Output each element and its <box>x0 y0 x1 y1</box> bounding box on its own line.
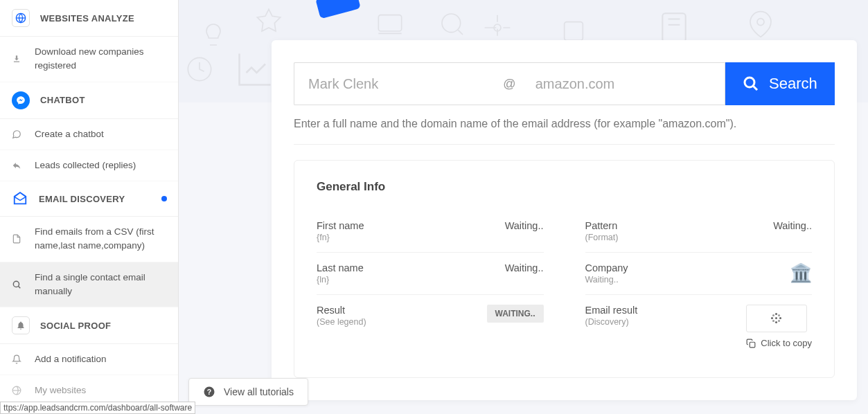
sub-label: Waiting.. <box>585 275 628 285</box>
sidebar-item-label: Download new companies registered <box>35 45 167 73</box>
section-label: SOCIAL PROOF <box>40 321 111 331</box>
info-row-company: Company Waiting.. 🏛️ <box>585 253 813 295</box>
sidebar-item-find-single-email[interactable]: Find a single contact email manually <box>0 262 178 308</box>
reply-icon <box>11 161 22 170</box>
spinner-box <box>746 305 807 332</box>
sidebar-item-create-chatbot[interactable]: Create a chatbot <box>0 119 178 150</box>
svg-point-2 <box>13 281 19 287</box>
globe-icon <box>11 8 30 28</box>
svg-point-18 <box>745 78 754 87</box>
label: Company <box>585 262 628 273</box>
sub-label: {ln} <box>317 275 364 285</box>
search-icon <box>11 280 22 289</box>
info-row-pattern: Pattern (Format) Waiting.. <box>585 210 813 253</box>
svg-rect-20 <box>750 342 756 348</box>
svg-line-3 <box>18 286 20 288</box>
sidebar-item-download-companies[interactable]: Download new companies registered <box>0 37 178 82</box>
sidebar: WEBSITES ANALYZE Download new companies … <box>0 0 179 414</box>
chat-icon <box>11 129 22 139</box>
svg-rect-16 <box>565 22 583 41</box>
file-icon <box>11 234 22 244</box>
svg-rect-11 <box>662 13 685 42</box>
sidebar-section-email-discovery[interactable]: EMAIL DISCOVERY <box>0 181 178 217</box>
svg-line-9 <box>458 30 463 35</box>
sidebar-item-label: Find emails from a CSV (first name,last … <box>35 225 167 253</box>
svg-point-17 <box>757 19 764 26</box>
sidebar-item-label: Create a chatbot <box>35 127 167 141</box>
search-icon <box>743 75 759 92</box>
svg-marker-6 <box>257 9 280 31</box>
info-grid: First name {fn} Waiting.. Last name {ln}… <box>317 210 812 358</box>
messenger-icon <box>11 91 30 110</box>
download-icon <box>11 54 22 64</box>
info-row-email-result: Email result (Discovery) Click to copy <box>585 295 813 358</box>
sidebar-item-find-emails-csv[interactable]: Find emails from a CSV (first name,last … <box>0 217 178 262</box>
label: Result <box>317 305 366 316</box>
question-circle-icon: ? <box>203 386 215 398</box>
label: Email result <box>585 305 638 316</box>
sidebar-item-leads-collected[interactable]: Leads collected (replies) <box>0 150 178 181</box>
loading-spinner-icon <box>770 312 783 325</box>
envelope-open-icon <box>11 190 29 208</box>
svg-text:?: ? <box>207 388 211 396</box>
value: Waiting.. <box>773 220 812 231</box>
info-row-first-name: First name {fn} Waiting.. <box>317 210 544 253</box>
info-row-last-name: Last name {ln} Waiting.. <box>317 253 544 295</box>
sidebar-section-chatbot[interactable]: CHATBOT <box>0 82 178 119</box>
sidebar-item-label: My websites <box>35 384 167 397</box>
fullname-input[interactable] <box>294 62 497 105</box>
label: Last name <box>317 262 364 273</box>
sub-label: (See legend) <box>317 317 366 327</box>
svg-rect-14 <box>378 15 401 31</box>
sidebar-section-websites-analyze[interactable]: WEBSITES ANALYZE <box>0 0 178 37</box>
sub-label: (Format) <box>585 233 619 242</box>
tutorials-label: View all tutorials <box>224 386 294 397</box>
click-to-copy[interactable]: Click to copy <box>746 338 812 348</box>
bell-outline-icon <box>11 354 22 364</box>
copy-icon <box>746 339 756 348</box>
section-label: CHATBOT <box>40 95 85 105</box>
sidebar-section-social-proof[interactable]: SOCIAL PROOF <box>0 307 178 344</box>
label: Pattern <box>585 220 619 231</box>
search-button[interactable]: Search <box>725 62 835 105</box>
section-label: EMAIL DISCOVERY <box>39 194 152 204</box>
sidebar-item-label: Find a single contact email manually <box>35 271 167 299</box>
result-badge: WAITING.. <box>487 305 544 323</box>
svg-line-19 <box>753 86 757 90</box>
at-separator: @ <box>497 62 522 105</box>
info-row-result: Result (See legend) WAITING.. <box>317 295 544 336</box>
bell-icon <box>11 316 30 335</box>
help-text: Enter a full name and the domain name of… <box>294 118 835 145</box>
section-label: WEBSITES ANALYZE <box>40 13 134 24</box>
building-icon: 🏛️ <box>790 262 812 284</box>
sub-label: {fn} <box>317 233 364 242</box>
search-row: @ Search <box>294 62 835 105</box>
main-content: @ Search Enter a full name and the domai… <box>179 0 868 414</box>
svg-point-8 <box>442 14 461 33</box>
general-info-card: General Info First name {fn} Waiting.. L… <box>294 160 835 378</box>
copy-label: Click to copy <box>761 338 812 348</box>
sidebar-item-add-notification[interactable]: Add a notification <box>0 344 178 375</box>
sidebar-item-label: Add a notification <box>35 352 167 366</box>
label: First name <box>317 220 364 231</box>
sub-label: (Discovery) <box>585 317 638 327</box>
view-tutorials-button[interactable]: ? View all tutorials <box>188 378 308 406</box>
value: Waiting.. <box>505 220 544 231</box>
domain-input[interactable] <box>522 62 725 105</box>
active-indicator-icon <box>161 196 167 201</box>
search-button-label: Search <box>769 75 817 93</box>
sidebar-item-label: Leads collected (replies) <box>35 159 167 172</box>
globe-outline-icon <box>11 386 22 395</box>
search-card: @ Search Enter a full name and the domai… <box>272 40 857 400</box>
value: Waiting.. <box>505 262 544 273</box>
status-url: ttps://app.leadsandcrm.com/dashboard/all… <box>0 402 195 414</box>
info-title: General Info <box>317 180 812 194</box>
